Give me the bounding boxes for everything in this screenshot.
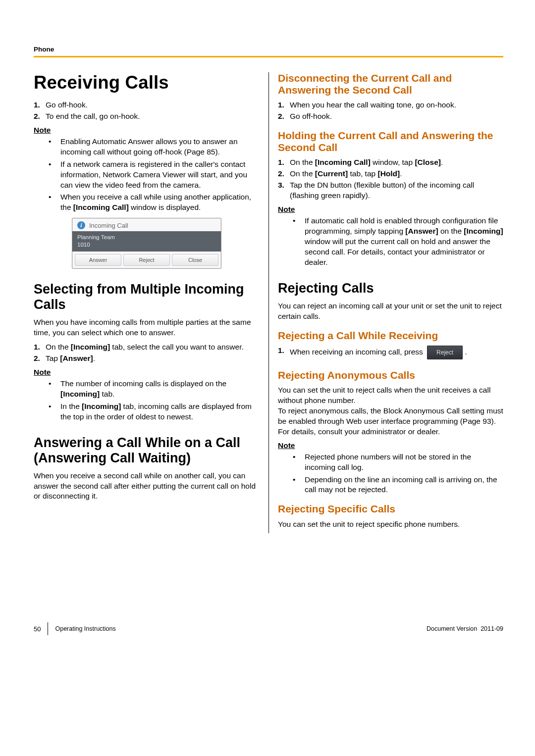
popup-titlebar: i Incoming Call [72,218,221,231]
bullet-text: When you receive a call while using anot… [60,193,251,211]
answer-button[interactable]: Answer [75,254,121,266]
list-item: •Enabling Automatic Answer allows you to… [34,137,260,157]
note-heading: Note [34,368,260,377]
heading-hold-answer: Holding the Current Call and Answering t… [278,130,503,153]
popup-title-text: Incoming Call [89,222,128,229]
list-item: •Depending on the line an incoming call … [278,475,503,496]
list-item: •If a network camera is registered in th… [34,159,260,191]
note-heading: Note [278,205,503,214]
incoming-call-popup-figure: i Incoming Call Planning Team 1010 Answe… [34,218,260,269]
footer-divider [48,622,48,635]
page-title: Receiving Calls [34,72,260,93]
step: 2.On the [Current] tab, tap [Hold]. [278,169,503,179]
list-item: •In the [Incoming] tab, incoming calls a… [34,402,260,422]
caller-name: Planning Team [77,234,216,241]
step: 1. When receiving an incoming call, pres… [278,346,503,359]
list-item: •If automatic call hold is enabled throu… [278,216,503,268]
section-label: Phone [34,46,503,53]
heading-reject-while-receiving: Rejecting a Call While Receiving [278,330,503,342]
step-text: When receiving an incoming call, press [290,348,423,356]
doc-version-value: 2011-09 [481,625,503,632]
heading-call-waiting: Answering a Call While on a Call (Answer… [34,435,260,466]
columns: Receiving Calls 1.Go off-hook. 2.To end … [34,72,503,533]
reject-button-inline[interactable]: Reject [427,346,463,359]
paragraph: You can set the unit to reject specific … [278,519,503,530]
footer-doc-title: Operating Instructions [55,625,115,632]
caller-number: 1010 [77,241,216,248]
heading-selecting-multiple: Selecting from Multiple Incoming Calls [34,282,260,312]
list-item: • When you receive a call while using an… [34,192,260,213]
popup-buttons: Answer Reject Close [72,252,221,268]
paragraph: You can reject an incoming call at your … [278,301,503,322]
footer-left: 50 Operating Instructions [34,622,116,635]
incoming-call-popup: i Incoming Call Planning Team 1010 Answe… [72,218,221,269]
step: 3.Tap the DN button (flexible button) of… [278,180,503,201]
steps-receive: 1.Go off-hook. 2.To end the call, go on-… [34,100,260,122]
left-column: Receiving Calls 1.Go off-hook. 2.To end … [34,72,268,533]
step: 2.To end the call, go on-hook. [34,111,260,122]
steps-select-multiple: 1.On the [Incoming] tab, select the call… [34,342,260,364]
list-item: •The number of incoming calls is display… [34,379,260,400]
steps-hold: 1.On the [Incoming Call] window, tap [Cl… [278,157,503,201]
popup-caller: Planning Team 1010 [72,231,221,252]
step-text-post: . [465,348,467,356]
right-column: Disconnecting the Current Call and Answe… [268,72,503,533]
heading-reject-anonymous: Rejecting Anonymous Calls [278,369,503,381]
note-bullets: •If automatic call hold is enabled throu… [278,216,503,268]
paragraph: When you have incoming calls from multip… [34,317,260,338]
note-bullets: •The number of incoming calls is display… [34,379,260,422]
heading-reject-specific: Rejecting Specific Calls [278,503,503,515]
note-bullets: •Enabling Automatic Answer allows you to… [34,137,260,213]
list-item: •Rejected phone numbers will not be stor… [278,452,503,473]
footer: 50 Operating Instructions Document Versi… [34,622,503,635]
step: 2.Go off-hook. [278,111,503,122]
heading-rejecting-calls: Rejecting Calls [278,281,503,296]
heading-disconnect-answer: Disconnecting the Current Call and Answe… [278,72,503,96]
paragraph: To reject anonymous calls, the Block Ano… [278,406,503,437]
info-icon: i [77,221,85,229]
paragraph: You can set the unit to reject calls whe… [278,385,503,406]
doc-version-label: Document Version [427,625,477,632]
reject-button[interactable]: Reject [123,254,170,266]
close-button[interactable]: Close [172,254,218,266]
paragraph: When you receive a second call while on … [34,471,260,502]
note-heading: Note [34,126,260,135]
step: 1.On the [Incoming Call] window, tap [Cl… [278,157,503,168]
note-bullets: •Rejected phone numbers will not be stor… [278,452,503,496]
step: 1.Go off-hook. [34,100,260,110]
step: 1.On the [Incoming] tab, select the call… [34,342,260,353]
step: 2.Tap [Answer]. [34,353,260,364]
divider-rule [34,56,503,57]
step: 1.When you hear the call waiting tone, g… [278,100,503,110]
footer-right: Document Version 2011-09 [427,625,503,632]
page-number: 50 [34,625,41,633]
steps-disconnect: 1.When you hear the call waiting tone, g… [278,100,503,122]
note-heading: Note [278,441,503,450]
page: Phone Receiving Calls 1.Go off-hook. 2.T… [0,0,535,659]
